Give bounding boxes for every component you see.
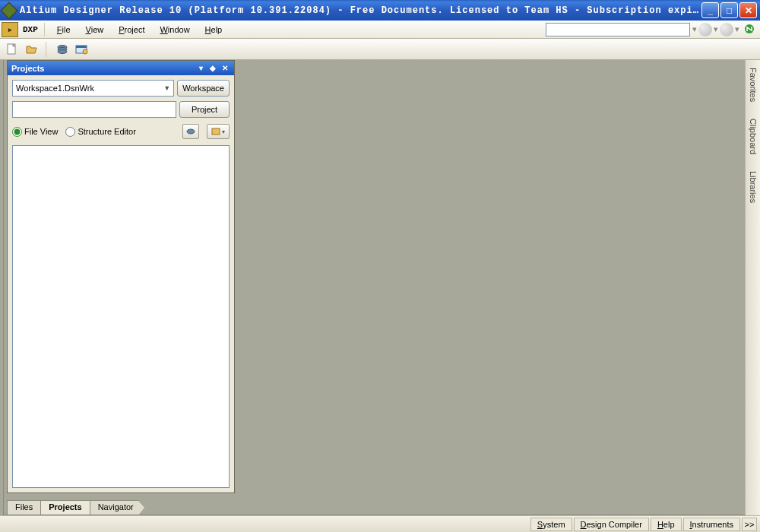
panel-titlebar[interactable]: Projects ▾ ◆ ✕ xyxy=(8,61,234,75)
minimize-button[interactable]: _ xyxy=(701,2,719,18)
menu-file[interactable]: File xyxy=(49,23,78,36)
file-view-radio[interactable]: File View xyxy=(12,127,58,137)
app-icon xyxy=(1,2,18,19)
tab-files[interactable]: Files xyxy=(7,500,41,515)
project-input[interactable] xyxy=(12,101,176,118)
chevron-down-icon: ▼ xyxy=(163,84,170,92)
dxp-icon[interactable]: ▸ xyxy=(2,22,18,37)
status-system[interactable]: System xyxy=(530,518,572,531)
tab-projects[interactable]: Projects xyxy=(40,500,90,515)
right-rail: Favorites Clipboard Libraries xyxy=(745,60,760,515)
tab-clipboard[interactable]: Clipboard xyxy=(748,116,758,157)
structure-editor-radio-input[interactable] xyxy=(65,127,75,137)
menu-dxp[interactable]: DXP xyxy=(20,23,45,36)
menu-help[interactable]: Help xyxy=(198,23,230,36)
left-tabs: Files Projects Navigator xyxy=(7,499,138,515)
new-file-icon[interactable] xyxy=(5,42,20,57)
svg-point-8 xyxy=(187,129,195,134)
svg-rect-9 xyxy=(212,128,220,135)
search-input[interactable] xyxy=(546,23,690,36)
workspace-button[interactable]: Workspace xyxy=(177,80,230,97)
work-area: Projects ▾ ◆ ✕ Workspace1.DsnWrk ▼ Works… xyxy=(3,60,757,515)
svg-point-7 xyxy=(83,49,87,54)
nav-back-dropdown-icon[interactable]: ▾ xyxy=(713,23,719,36)
toolbar xyxy=(0,39,760,60)
menu-view[interactable]: View xyxy=(78,23,112,36)
toolbar-separator xyxy=(46,42,49,57)
panel-close-icon[interactable]: ✕ xyxy=(220,63,230,74)
statusbar: System Design Compiler Help Instruments … xyxy=(0,515,760,532)
nav-forward-dropdown-icon[interactable]: ▾ xyxy=(734,23,740,36)
close-button[interactable]: ✕ xyxy=(739,2,757,18)
titlebar: Altium Designer Release 10 (Platform 10.… xyxy=(0,0,760,21)
tab-favorites[interactable]: Favorites xyxy=(748,65,758,105)
window-title: Altium Designer Release 10 (Platform 10.… xyxy=(20,5,700,16)
svg-point-4 xyxy=(58,49,67,53)
nav-forward-button[interactable] xyxy=(720,23,733,36)
panel-title-text: Projects xyxy=(11,64,194,73)
panel-tool1-icon[interactable] xyxy=(182,124,199,139)
search-dropdown-icon[interactable]: ▾ xyxy=(692,23,698,36)
panel-pin-icon[interactable]: ◆ xyxy=(207,63,218,74)
structure-editor-radio[interactable]: Structure Editor xyxy=(65,127,135,137)
tab-libraries[interactable]: Libraries xyxy=(748,168,758,206)
open-folder-icon[interactable] xyxy=(24,42,40,57)
project-button[interactable]: Project xyxy=(179,101,230,118)
projects-panel: Projects ▾ ◆ ✕ Workspace1.DsnWrk ▼ Works… xyxy=(7,60,235,493)
structure-editor-label: Structure Editor xyxy=(78,127,135,136)
file-view-radio-input[interactable] xyxy=(12,127,22,137)
menubar: ▸ DXP File View Project Window Help ▾ ▾ … xyxy=(0,21,760,39)
panel-dropdown-icon[interactable]: ▾ xyxy=(195,63,206,74)
status-more-button[interactable]: >> xyxy=(742,518,757,531)
workspace-combo[interactable]: Workspace1.DsnWrk ▼ xyxy=(12,80,174,97)
tab-navigator[interactable]: Navigator xyxy=(90,500,138,515)
maximize-button[interactable]: □ xyxy=(720,2,738,18)
workspace-value: Workspace1.DsnWrk xyxy=(16,84,94,93)
menu-window[interactable]: Window xyxy=(152,23,197,36)
project-tree[interactable] xyxy=(12,145,230,488)
status-instruments[interactable]: Instruments xyxy=(683,518,740,531)
panel-tool2-icon[interactable]: ▾ xyxy=(207,124,230,139)
status-help[interactable]: Help xyxy=(651,518,682,531)
home-icon[interactable] xyxy=(743,23,757,36)
panel-body: Workspace1.DsnWrk ▼ Workspace Project Fi… xyxy=(8,75,234,145)
nav-back-button[interactable] xyxy=(698,23,712,36)
stack-icon[interactable] xyxy=(55,42,70,57)
svg-rect-6 xyxy=(76,46,87,48)
menu-project[interactable]: Project xyxy=(111,23,152,36)
status-design-compiler[interactable]: Design Compiler xyxy=(574,518,649,531)
file-view-label: File View xyxy=(24,127,58,136)
browse-icon[interactable] xyxy=(74,42,90,57)
